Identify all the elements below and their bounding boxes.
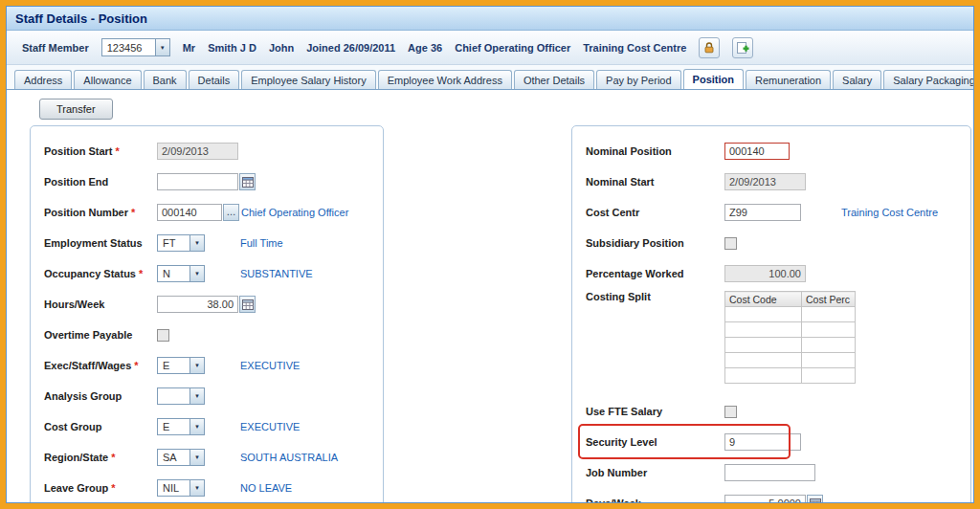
transfer-button[interactable]: Transfer [39,99,113,120]
lookup-grid-button[interactable] [807,495,823,503]
cost-centre-description: Training Cost Centre [841,207,938,218]
use-fte-salary-checkbox[interactable] [724,406,737,418]
grid-icon [242,299,254,310]
security-level-label: Security Level [586,436,657,448]
calendar-button[interactable] [239,173,256,190]
costing-split-empty-row [725,338,856,353]
add-record-button[interactable] [732,37,753,58]
tab-employee-work-address[interactable]: Employee Work Address [378,70,512,89]
tab-bank[interactable]: Bank [144,70,187,89]
leave-group-select[interactable]: NIL [157,479,205,497]
cost-centre-input[interactable]: Z99 [724,204,801,221]
job-number-input[interactable] [724,464,815,481]
staff-name: Smith J D [208,42,256,54]
chevron-down-icon[interactable] [189,357,205,374]
job-number-label: Job Number [586,467,647,478]
exec-staff-wages-label: Exec/Staff/Wages [44,360,131,371]
chevron-down-icon[interactable] [189,234,205,252]
staff-title: Mr [183,42,195,54]
percentage-worked-input[interactable]: 100.00 [724,265,806,282]
tab-salary[interactable]: Salary [833,70,881,89]
overtime-payable-checkbox[interactable] [157,329,169,342]
staff-firstname: John [269,42,294,54]
hours-week-input[interactable]: 38.00 [157,296,238,313]
nominal-start-label: Nominal Start [586,176,655,188]
costing-split-empty-row [725,322,856,338]
hours-week-label: Hours/Week [44,299,104,310]
use-fte-salary-row: Use FTE Salary [586,396,957,427]
chevron-down-icon[interactable] [189,265,205,282]
cost-group-description: EXECUTIVE [240,421,300,432]
position-number-input[interactable]: 000140 [157,204,222,221]
position-start-label: Position Start [44,145,113,157]
employment-status-label: Employment Status [44,237,143,249]
costing-split-table: Cost Code Cost Perc [724,291,856,384]
exec-staff-wages-select[interactable]: E [157,357,205,374]
job-number-row: Job Number [586,457,957,488]
tab-details[interactable]: Details [189,70,240,89]
nominal-start-row: Nominal Start 2/09/2013 [586,166,957,197]
tab-salary-packaging-details[interactable]: Salary Packaging Details [883,70,973,89]
cost-code-header: Cost Code [725,292,802,307]
position-number-row: Position Number* 000140 … Chief Operatin… [44,197,369,228]
leave-group-label: Leave Group [44,482,108,494]
chevron-down-icon[interactable] [155,38,170,56]
subsidiary-position-checkbox[interactable] [724,237,737,250]
position-number-label: Position Number [44,207,128,218]
staff-member-value[interactable]: 123456 [101,38,155,56]
security-level-input[interactable]: 9 [724,433,801,451]
required-asterisk: * [116,145,120,157]
nominal-start-input[interactable]: 2/09/2013 [724,173,806,190]
cost-group-select[interactable]: E [157,418,205,435]
position-start-row: Position Start* 2/09/2013 [44,136,369,166]
costing-split-empty-row [725,353,856,368]
tab-other-details[interactable]: Other Details [514,70,594,89]
leave-group-description: NO LEAVE [240,482,292,494]
staff-details-window: Staff Details - Position Staff Member 12… [0,0,980,509]
occupancy-status-description: SUBSTANTIVE [240,268,313,279]
grid-icon [810,498,821,503]
security-level-row: Security Level 9 [586,427,957,457]
position-number-description: Chief Operating Officer [241,207,348,218]
position-start-input[interactable]: 2/09/2013 [157,143,238,160]
chevron-down-icon[interactable] [189,479,205,497]
nominal-position-row: Nominal Position 000140 [586,136,957,166]
chevron-down-icon[interactable] [189,387,205,405]
lock-icon [702,41,716,55]
costing-split-empty-row [725,368,856,384]
position-end-row: Position End [44,166,369,197]
cost-centre-label: Cost Centr [586,207,639,218]
tab-pay-by-period[interactable]: Pay by Period [596,70,680,89]
exec-staff-wages-row: Exec/Staff/Wages* E EXECUTIVE [44,350,369,381]
title-bar: Staff Details - Position [7,7,973,31]
analysis-group-select[interactable] [157,387,205,405]
tab-employee-salary-history[interactable]: Employee Salary History [241,70,375,89]
tab-allowance[interactable]: Allowance [74,70,141,89]
percentage-worked-label: Percentage Worked [586,268,684,279]
nominal-position-input[interactable]: 000140 [724,143,790,160]
occupancy-status-select[interactable]: N [157,265,205,282]
days-week-input[interactable]: 5.0000 [724,495,806,503]
tab-position[interactable]: Position [683,69,744,90]
leave-group-row: Leave Group* NIL NO LEAVE [44,473,369,503]
employment-status-row: Employment Status FT Full Time [44,228,369,258]
subsidiary-position-row: Subsidiary Position [586,228,957,258]
position-end-input[interactable] [157,173,238,190]
staff-member-bar: Staff Member 123456 Mr Smith J D John Jo… [7,31,973,65]
employment-status-select[interactable]: FT [157,234,205,252]
subsidiary-position-label: Subsidiary Position [586,237,684,249]
tab-address[interactable]: Address [14,70,72,89]
staff-member-combo[interactable]: 123456 [101,38,170,56]
lookup-grid-button[interactable] [239,296,256,313]
staff-age: Age 36 [408,42,442,54]
cost-group-label: Cost Group [44,421,102,432]
ellipsis-lookup-button[interactable]: … [223,204,239,221]
lock-button[interactable] [699,37,720,58]
chevron-down-icon[interactable] [189,418,205,435]
region-state-select[interactable]: SA [157,449,205,466]
tab-remuneration[interactable]: Remuneration [746,70,831,89]
tab-strip: Address Allowance Bank Details Employee … [7,65,973,90]
chevron-down-icon[interactable] [189,449,205,466]
staff-joined: Joined 26/09/2011 [306,42,395,54]
add-record-icon [736,41,749,55]
